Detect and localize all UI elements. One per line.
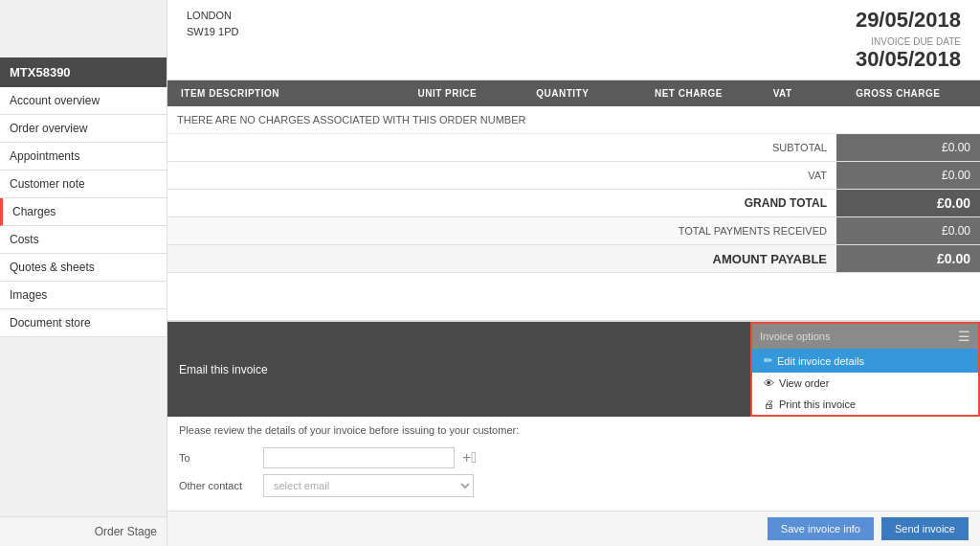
pencil-icon: ✏ bbox=[764, 354, 772, 367]
subtotal-row: SUBTOTAL £0.00 bbox=[167, 134, 980, 162]
due-date-label: INVOICE DUE DATE bbox=[856, 36, 961, 47]
email-section: Email this invoice Invoice options ☰ ✏ E… bbox=[167, 320, 980, 546]
email-form: To +⃝ Other contact select email bbox=[167, 444, 980, 511]
order-stage-label: Order Stage bbox=[0, 516, 167, 546]
save-invoice-button[interactable]: Save invoice info bbox=[768, 517, 874, 540]
amount-payable-row: AMOUNT PAYABLE £0.00 bbox=[167, 245, 980, 273]
vat-label: VAT bbox=[645, 170, 836, 181]
col-quantity: QUANTITY bbox=[532, 88, 651, 99]
to-input[interactable] bbox=[263, 447, 455, 468]
email-body-description: Please review the details of your invoic… bbox=[167, 417, 980, 444]
sidebar-item-costs[interactable]: Costs bbox=[0, 226, 167, 254]
sidebar-item-document-store[interactable]: Document store bbox=[0, 309, 167, 337]
col-item-description: ITEM DESCRIPTION bbox=[177, 88, 413, 99]
other-contact-label: Other contact bbox=[179, 480, 256, 491]
sidebar-item-customer-note[interactable]: Customer note bbox=[0, 171, 167, 198]
address-block: LONDON SW19 1PD bbox=[187, 8, 238, 39]
payments-row: TOTAL PAYMENTS RECEIVED £0.00 bbox=[167, 217, 980, 245]
print-invoice-item[interactable]: 🖨 Print this invoice bbox=[752, 394, 978, 415]
col-unit-price: UNIT PRICE bbox=[413, 88, 532, 99]
invoice-area: ITEM DESCRIPTION UNIT PRICE QUANTITY NET… bbox=[167, 80, 980, 320]
view-order-item[interactable]: 👁 View order bbox=[752, 373, 978, 394]
account-id: MTX58390 bbox=[0, 57, 167, 87]
sidebar-item-order-overview[interactable]: Order overview bbox=[0, 115, 167, 143]
grand-total-value: £0.00 bbox=[836, 190, 980, 216]
invoice-options-header: Invoice options ☰ bbox=[752, 324, 978, 349]
sidebar-item-quotes-sheets[interactable]: Quotes & sheets bbox=[0, 254, 167, 282]
totals-section: SUBTOTAL £0.00 VAT £0.00 GRAND TOTAL £0.… bbox=[167, 134, 980, 273]
col-gross-charge: GROSS CHARGE bbox=[852, 88, 970, 99]
payments-value: £0.00 bbox=[836, 217, 980, 244]
other-contact-row: Other contact select email bbox=[179, 474, 969, 497]
dates-block: 29/05/2018 INVOICE DUE DATE 30/05/2018 bbox=[856, 8, 961, 72]
grand-total-label: GRAND TOTAL bbox=[645, 196, 836, 210]
address-line2: SW19 1PD bbox=[187, 24, 238, 40]
main-content: LONDON SW19 1PD 29/05/2018 INVOICE DUE D… bbox=[167, 0, 980, 546]
grand-total-row: GRAND TOTAL £0.00 bbox=[167, 190, 980, 217]
amount-payable-label: AMOUNT PAYABLE bbox=[645, 252, 836, 266]
invoice-date: 29/05/2018 bbox=[856, 8, 961, 33]
email-title: Email this invoice bbox=[167, 322, 750, 417]
hamburger-icon[interactable]: ☰ bbox=[958, 329, 970, 344]
address-line1: LONDON bbox=[187, 8, 238, 24]
vat-row: VAT £0.00 bbox=[167, 162, 980, 190]
invoice-due-date: 30/05/2018 bbox=[856, 47, 961, 72]
eye-icon: 👁 bbox=[764, 377, 774, 389]
edit-invoice-button[interactable]: ✏ Edit invoice details bbox=[752, 349, 978, 373]
invoice-options-label: Invoice options bbox=[760, 330, 830, 342]
invoice-header: LONDON SW19 1PD 29/05/2018 INVOICE DUE D… bbox=[167, 0, 980, 80]
send-invoice-button[interactable]: Send invoice bbox=[881, 517, 969, 540]
add-icon[interactable]: +⃝ bbox=[462, 449, 477, 466]
printer-icon: 🖨 bbox=[764, 398, 774, 410]
sidebar-item-charges[interactable]: Charges bbox=[0, 198, 167, 226]
other-contact-select[interactable]: select email bbox=[263, 474, 474, 497]
sidebar: MTX58390 Account overview Order overview… bbox=[0, 0, 167, 546]
email-footer: Save invoice info Send invoice bbox=[167, 511, 980, 546]
col-net-charge: NET CHARGE bbox=[651, 88, 769, 99]
invoice-options-container: Invoice options ☰ ✏ Edit invoice details… bbox=[750, 322, 980, 417]
to-label: To bbox=[179, 452, 256, 464]
subtotal-value: £0.00 bbox=[836, 134, 980, 161]
no-charges-message: THERE ARE NO CHARGES ASSOCIATED WITH THI… bbox=[167, 106, 980, 134]
sidebar-item-images[interactable]: Images bbox=[0, 282, 167, 309]
amount-payable-value: £0.00 bbox=[836, 245, 980, 272]
vat-value: £0.00 bbox=[836, 162, 980, 189]
sidebar-item-account-overview[interactable]: Account overview bbox=[0, 87, 167, 115]
col-vat: VAT bbox=[769, 88, 853, 99]
subtotal-label: SUBTOTAL bbox=[645, 142, 836, 153]
table-header: ITEM DESCRIPTION UNIT PRICE QUANTITY NET… bbox=[167, 80, 980, 106]
to-row: To +⃝ bbox=[179, 447, 969, 468]
payments-label: TOTAL PAYMENTS RECEIVED bbox=[645, 225, 836, 237]
email-header-row: Email this invoice Invoice options ☰ ✏ E… bbox=[167, 322, 980, 417]
sidebar-item-appointments[interactable]: Appointments bbox=[0, 143, 167, 171]
